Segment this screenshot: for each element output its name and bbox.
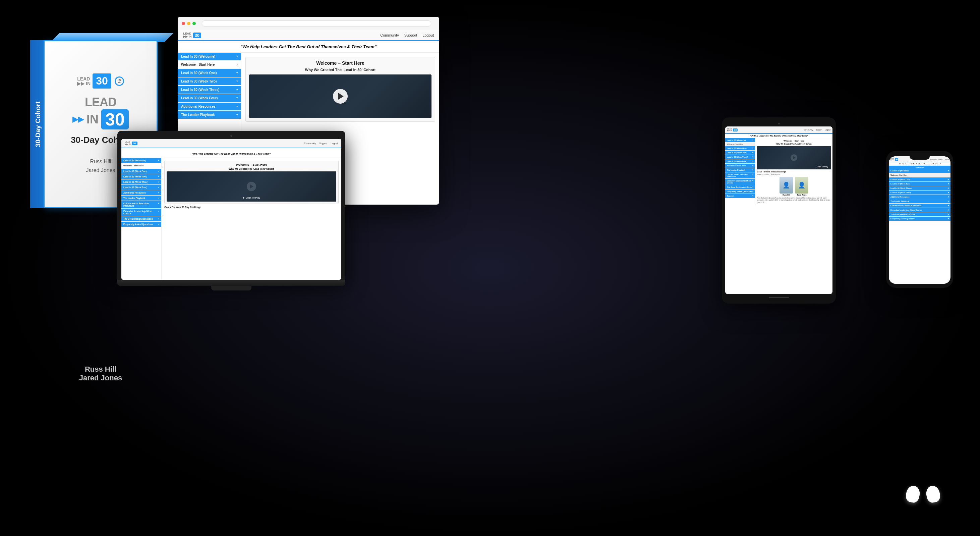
tablet-body: Lead In 30 (Welcome)▾ Welcome - Start He… (725, 138, 832, 205)
chevron-icon: ▾ (158, 197, 159, 199)
click-arrow-icon (243, 197, 245, 199)
earbud-right-container (926, 486, 940, 502)
ls-sidebar-faq[interactable]: Frequently Asked Questions ▾ (121, 222, 161, 227)
laptop-screen: LEAD▶▶ IN 30 Community Support Logout "W… (121, 139, 341, 280)
laptop-base (117, 280, 345, 286)
tablet-video[interactable]: Click To Play (757, 146, 831, 169)
chevron-icon: ▾ (752, 156, 753, 158)
ts-sidebar-micro[interactable]: Executive Leadership Micro Course▾ (725, 179, 755, 185)
phone-sidebar-start-here[interactable]: Welcome - Start Here (889, 173, 950, 177)
chevron-icon: ▾ (752, 165, 753, 167)
tablet-logout[interactable]: Logout (825, 129, 830, 131)
cable-right (932, 492, 934, 502)
ts-sidebar-additional[interactable]: Additional Resources▾ (725, 164, 755, 168)
ls-sidebar-week-two[interactable]: Lead In 30 (Week Two) ▾ (121, 174, 161, 179)
video-thumbnail[interactable] (249, 75, 431, 118)
ts-sidebar-support[interactable]: Support▾ (725, 194, 755, 198)
nav-logout[interactable]: Logout (422, 33, 434, 37)
ls-sidebar-week-one[interactable]: Lead In 30 (Week One) ▾ (121, 169, 161, 174)
chevron-down-icon: ▾ (236, 97, 238, 100)
ls-sidebar-playbook[interactable]: The Leader Playbook ▾ (121, 196, 161, 201)
nav-links: Community Support Logout (380, 33, 434, 37)
site-logo: LEAD ▶▶ IN 30 (183, 32, 201, 38)
laptop-sidebar: Lead In 30 (Welcome) ▾ Welcome - Start H… (121, 158, 162, 280)
chevron-icon: ▾ (752, 169, 753, 171)
ts-sidebar-week-three[interactable]: Lead In 30 (Week Three)▾ (725, 155, 755, 159)
phone-sidebar-week-two[interactable]: Lead In 30 (Week Two)▾ (889, 182, 950, 186)
sidebar-additional-resources[interactable]: Additional Resources ▾ (178, 103, 241, 110)
tablet-support[interactable]: Support (816, 129, 822, 131)
ts-sidebar-resignation[interactable]: The Great Resignation Book▾ (725, 185, 755, 189)
phone-screen: LEAD▶▶IN 30 Community Support Logout "We… (889, 156, 950, 284)
nav-community[interactable]: Community (380, 33, 399, 37)
welcome-title: Welcome – Start Here (249, 61, 431, 66)
phone-community[interactable]: Community (930, 158, 937, 160)
earbuds (906, 486, 940, 502)
tablet-click-to-play: Click To Play (817, 166, 828, 168)
ts-sidebar-culture[interactable]: Culture Hacks Executive Interviews▾ (725, 172, 755, 179)
tablet-community[interactable]: Community (803, 129, 813, 131)
phone-sidebar-additional[interactable]: Additional Resources▾ (889, 195, 950, 199)
sidebar-week-two[interactable]: Lead In 30 (Week Two) ▾ (178, 78, 241, 85)
russ-name: Russ Hill (780, 194, 793, 196)
ts-sidebar-faq[interactable]: Frequently Asked Questions▾ (725, 190, 755, 193)
sidebar-start-here[interactable]: Welcome - Start Here › (178, 61, 241, 69)
phone-sidebar-resignation[interactable]: The Great Resignation Book▾ (889, 212, 950, 216)
ts-sidebar-week-two[interactable]: Lead In 30 (Week Two)▾ (725, 151, 755, 155)
phone-sidebar-micro[interactable]: Executive Leadership Micro Course▾ (889, 208, 950, 212)
host-jared: 👤 Jared Jones (795, 177, 808, 196)
laptop-logout[interactable]: Logout (331, 142, 338, 145)
sidebar-welcome[interactable]: Lead In 30 (Welcome) ▾ (178, 53, 241, 61)
chevron-icon: ▾ (752, 174, 753, 177)
ls-sidebar-welcome[interactable]: Lead In 30 (Welcome) ▾ (121, 158, 161, 163)
phone-sidebar-welcome[interactable]: Lead In 30 (Welcome)▾ (889, 169, 950, 173)
host-russ: 👤 Russ Hill (780, 177, 793, 196)
phone-sidebar-faq[interactable]: Frequently Asked Questions▾ (889, 217, 950, 221)
ls-sidebar-micro-course[interactable]: Executive Leadership Micro Course ▾ (121, 209, 161, 216)
laptop-nav-links: Community Support Logout (304, 142, 338, 145)
nav-support[interactable]: Support (404, 33, 417, 37)
laptop-community[interactable]: Community (304, 142, 316, 145)
ls-sidebar-culture-hacks[interactable]: Culture Hacks Executive Interviews ▾ (121, 201, 161, 208)
chevron-icon: ▾ (752, 139, 753, 141)
ls-sidebar-resignation-book[interactable]: The Great Resignation Book ▾ (121, 216, 161, 222)
chevron-icon: ▾ (948, 213, 949, 215)
ts-sidebar-welcome[interactable]: Lead In 30 (Welcome)▾ (725, 138, 755, 142)
ls-sidebar-week-three[interactable]: Lead In 30 (Week Three) ▾ (121, 179, 161, 185)
chevron-icon: ▾ (158, 170, 159, 172)
ls-sidebar-additional[interactable]: Additional Resources ▾ (121, 190, 161, 195)
ts-sidebar-week-four[interactable]: Lead In 30 (Week Four)▾ (725, 160, 755, 163)
phone-sidebar-culture[interactable]: Culture Hacks Executive Interviews▾ (889, 204, 950, 207)
phone-logout[interactable]: Logout (945, 158, 949, 160)
box-logo: LEAD ▶▶ IN 30 ⏱ (77, 73, 124, 89)
sidebar-leader-playbook[interactable]: The Leader Playbook ▾ (178, 111, 241, 119)
jared-photo: 👤 (795, 177, 808, 193)
chevron-down-icon: ▾ (236, 80, 238, 83)
earbud-left-container (906, 486, 920, 502)
laptop-video[interactable]: Click To Play (167, 171, 336, 202)
chevron-icon: ▾ (158, 186, 159, 188)
ts-sidebar-week-one[interactable]: Lead In 30 (Week One)▾ (725, 146, 755, 150)
chevron-icon: ▾ (948, 200, 949, 202)
sidebar-week-four[interactable]: Lead In 30 (Week Four) ▾ (178, 94, 241, 102)
laptop-headline: "We Help Leaders Get The Best Out of The… (121, 148, 341, 158)
phone-sidebar-week-one[interactable]: Lead In 30 (Week One)▾ (889, 177, 950, 182)
laptop-support[interactable]: Support (319, 142, 328, 145)
chevron-icon: ▾ (948, 170, 949, 172)
ls-sidebar-week-four[interactable]: Lead In 30 (Week Four) ▾ (121, 185, 161, 190)
phone-sidebar-week-four[interactable]: Lead In 30 (Week Four)▾ (889, 190, 950, 195)
chevron-icon: ▾ (948, 209, 949, 211)
ts-sidebar-start-here[interactable]: Welcome - Start Here (725, 142, 755, 146)
ts-sidebar-playbook[interactable]: The Leader Playbook▾ (725, 168, 755, 172)
sidebar-week-one[interactable]: Lead In 30 (Week One) ▾ (178, 69, 241, 77)
phone-sidebar-week-three[interactable]: Lead In 30 (Week Three)▾ (889, 186, 950, 190)
chevron-icon: ▾ (948, 179, 949, 180)
side-author-2: Jared Jones (27, 374, 174, 382)
chevron-icon: ▾ (158, 191, 159, 194)
sidebar-week-three[interactable]: Lead In 30 (Week Three) ▾ (178, 86, 241, 94)
phone-sidebar-playbook[interactable]: The Leader Playbook▾ (889, 199, 950, 203)
laptop-wrapper: LEAD▶▶ IN 30 Community Support Logout "W… (117, 131, 345, 290)
play-button[interactable] (333, 89, 348, 104)
phone-support[interactable]: Support (939, 158, 943, 160)
ls-sidebar-start-here[interactable]: Welcome - Start Here (121, 163, 161, 168)
